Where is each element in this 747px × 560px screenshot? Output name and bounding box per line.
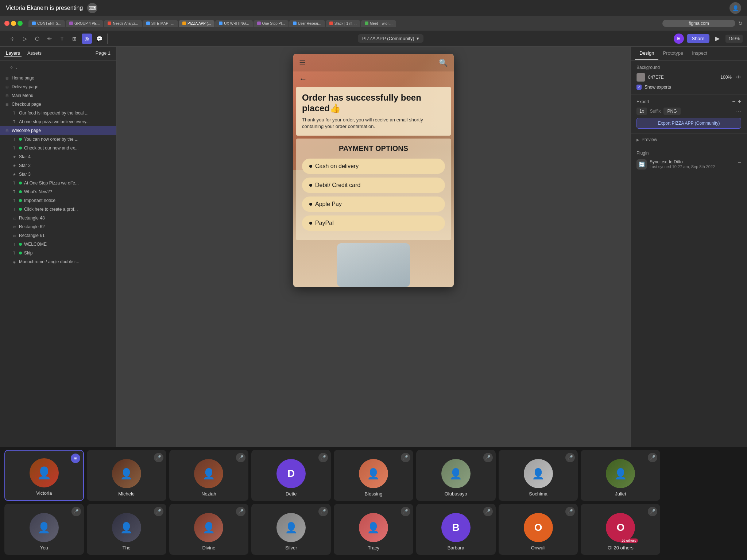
layers-list: ⊞ Home page ⊞ Delivery page ⊞ Main Menu …: [0, 74, 116, 447]
layer-rect61[interactable]: ▭ Rectangle 61: [0, 231, 116, 240]
layer-skip[interactable]: T Skip: [0, 249, 116, 257]
comment-tool[interactable]: 💬: [94, 34, 104, 44]
move-tool[interactable]: ⊹: [7, 34, 18, 44]
export-minus-button[interactable]: −: [732, 99, 735, 105]
export-more-icon[interactable]: ⋯: [736, 108, 741, 114]
layer-welcomepage[interactable]: ⊞ Welcome page: [0, 126, 116, 135]
page-selector[interactable]: Page 1: [94, 50, 112, 57]
layer-order[interactable]: T You can now order by the ...: [0, 135, 116, 144]
participant-sochima[interactable]: 🎤 👤 Sochima: [499, 450, 578, 501]
pen-tool[interactable]: ✏: [44, 34, 55, 44]
browser-tab-userresearch[interactable]: User Resear...: [289, 20, 325, 27]
frame-tool[interactable]: ▷: [20, 34, 30, 44]
layer-whatsnew[interactable]: T What's New??: [0, 187, 116, 196]
browser-tab-ux[interactable]: UX WRITING...: [215, 20, 252, 27]
layer-homepage[interactable]: ⊞ Home page: [0, 74, 116, 82]
payment-option-paypal[interactable]: PayPal: [302, 215, 445, 231]
participant-barbara[interactable]: 🎤 B Barbara: [416, 504, 496, 555]
app-name-badge[interactable]: PIZZA APP (Community) ▾: [358, 34, 423, 43]
assets-tab[interactable]: Assets: [26, 50, 43, 57]
share-button[interactable]: Share: [687, 34, 710, 43]
layer-welcome[interactable]: T WELCOME: [0, 240, 116, 249]
layer-clickhere[interactable]: T Click here to create a prof...: [0, 205, 116, 214]
show-exports-checkbox[interactable]: ✓: [636, 85, 642, 90]
fullscreen-button[interactable]: [18, 21, 23, 26]
participant-onwuli[interactable]: 🎤 O Onwuli: [499, 504, 578, 555]
layer-offe[interactable]: T At One Stop Pizza we offe...: [0, 179, 116, 187]
eye-icon[interactable]: 👁: [736, 74, 741, 80]
payment-option-debit[interactable]: Debit/ Credit card: [302, 178, 445, 193]
color-swatch[interactable]: [636, 73, 645, 82]
layers-tab[interactable]: Layers: [4, 50, 22, 57]
layer-label: Checkout page: [12, 102, 41, 107]
layer-star4[interactable]: ★ Star 4: [0, 152, 116, 161]
export-scale[interactable]: 1x: [636, 108, 647, 115]
browser-tab-sitemap[interactable]: SITE MAP –...: [143, 20, 178, 27]
participant-divine[interactable]: 🎤 👤 Divine: [169, 504, 249, 555]
plugin-minus-icon[interactable]: −: [738, 159, 741, 166]
play-button[interactable]: ▶: [712, 34, 723, 44]
browser-tab-group4[interactable]: GROUP 4 PE...: [66, 20, 103, 27]
layer-important[interactable]: T Important notice: [0, 196, 116, 205]
participant-juliet[interactable]: 🎤 👤 Juliet: [581, 450, 660, 501]
browser-tab-meet[interactable]: Meet – wlo-l...: [361, 20, 396, 27]
prototype-tab[interactable]: Prototype: [658, 47, 688, 60]
browser-tab-needs[interactable]: Needs Analyz...: [104, 20, 142, 27]
browser-tab-content[interactable]: CONTENT S...: [28, 20, 65, 27]
participant-neziah[interactable]: 🎤 👤 Neziah: [169, 450, 249, 501]
hand-tool[interactable]: ◎: [82, 34, 92, 44]
shape-tool[interactable]: ⬡: [32, 34, 42, 44]
payment-option-cash[interactable]: Cash on delivery: [302, 159, 445, 174]
search-icon[interactable]: 🔍: [439, 58, 448, 67]
preview-label[interactable]: Preview: [642, 137, 657, 142]
layer-root-dot[interactable]: ⊹ .: [4, 63, 112, 71]
browser-tab-slack[interactable]: Slack | 1 nt-...: [326, 20, 360, 27]
participant-you[interactable]: 🎤 👤 You: [4, 504, 84, 555]
payment-option-apple[interactable]: Apple Pay: [302, 197, 445, 212]
export-button[interactable]: Export PIZZA APP (Community): [636, 118, 741, 129]
layer-monochrome[interactable]: ◈ Monochrome / angle double r...: [0, 257, 116, 266]
participant-name-divine: Divine: [202, 545, 215, 551]
layer-rect48[interactable]: ▭ Rectangle 48: [0, 214, 116, 222]
url-bar[interactable]: figma.com: [662, 20, 735, 27]
components-tool[interactable]: ⊞: [69, 34, 80, 44]
participant-tracy[interactable]: 🎤 👤 Tracy: [334, 504, 413, 555]
participant-detie[interactable]: 🎤 D Detie: [251, 450, 331, 501]
participant-the[interactable]: 🎤 👤 The: [87, 504, 166, 555]
participant-blessing[interactable]: 🎤 👤 Blessing: [334, 450, 413, 501]
inspect-tab[interactable]: Inspect: [688, 47, 712, 60]
layer-text-onestop[interactable]: T At one stop pizza we believe every...: [0, 117, 116, 126]
layer-delivery[interactable]: ⊞ Delivery page: [0, 82, 116, 91]
hamburger-icon[interactable]: ☰: [299, 58, 306, 67]
text-tool[interactable]: T: [57, 34, 67, 44]
participant-victoria[interactable]: ≋ 👤 Victoria: [4, 450, 84, 501]
design-tab[interactable]: Design: [635, 47, 658, 60]
participant-name-olubusayo: Olubusayo: [445, 491, 467, 497]
window-icon-1[interactable]: ⌨: [87, 3, 97, 13]
layer-checkout-text[interactable]: T Check out our new and ex...: [0, 144, 116, 152]
participant-others[interactable]: 🎤 O 20 others Ol 20 others: [581, 504, 660, 555]
participant-michele[interactable]: 🎤 👤 Michele: [87, 450, 166, 501]
browser-tab-pizza[interactable]: PIZZA APP (...: [179, 20, 214, 27]
layers-root: ⊹ .: [0, 61, 116, 74]
export-plus-button[interactable]: +: [738, 99, 741, 105]
close-button[interactable]: [4, 21, 9, 26]
layer-star2[interactable]: ★ Star 2: [0, 161, 116, 170]
mute-badge-onwuli: 🎤: [565, 507, 575, 516]
browser-tab-onestop[interactable]: One Stop Pl...: [253, 20, 289, 27]
back-button[interactable]: ←: [293, 71, 454, 87]
layer-mainmenu[interactable]: ⊞ Main Menu: [0, 91, 116, 100]
zoom-level[interactable]: 159%: [725, 35, 743, 43]
layer-checkout[interactable]: ⊞ Checkout page: [0, 100, 116, 109]
minimize-button[interactable]: [11, 21, 16, 26]
layer-text-food[interactable]: T Our food is inspected by the local ...: [0, 109, 116, 117]
plugin-name[interactable]: Sync text to Ditto: [650, 159, 735, 164]
participant-olubusayo[interactable]: 🎤 👤 Olubusayo: [416, 450, 496, 501]
layer-rect62[interactable]: ▭ Rectangle 62: [0, 222, 116, 231]
export-controls: − +: [732, 99, 741, 105]
export-format[interactable]: PNG: [663, 108, 680, 115]
reload-icon[interactable]: ↻: [738, 20, 743, 26]
plugin-info: Sync text to Ditto Last synced 10:27 am,…: [650, 159, 735, 169]
participant-silver[interactable]: 🎤 👤 Silver: [251, 504, 331, 555]
layer-star3[interactable]: ★ Star 3: [0, 170, 116, 179]
